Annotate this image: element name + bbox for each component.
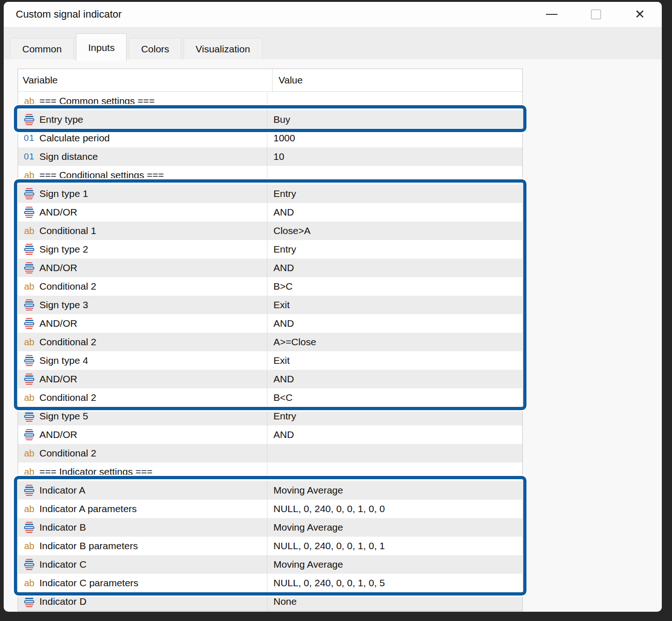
row-variable-cell: Entry type bbox=[18, 110, 267, 129]
row-value-cell[interactable]: AND bbox=[267, 314, 522, 333]
column-header-variable: Variable bbox=[18, 69, 273, 91]
row-variable-label: AND/OR bbox=[39, 318, 77, 329]
enum-dropdown-icon bbox=[23, 299, 36, 310]
maximize-button[interactable] bbox=[574, 2, 618, 27]
tab-common[interactable]: Common bbox=[10, 38, 74, 59]
row-variable-label: === Common settings === bbox=[39, 95, 155, 107]
table-row[interactable]: abConditional 2B>C bbox=[18, 277, 522, 296]
table-row[interactable]: Indicator CMoving Average bbox=[18, 555, 522, 574]
row-value-cell[interactable]: Entry bbox=[267, 407, 522, 425]
enum-dropdown-icon bbox=[23, 188, 36, 199]
row-value-cell[interactable]: NULL, 0, 240, 0, 0, 1, 0, 5 bbox=[267, 574, 522, 592]
row-value-cell[interactable] bbox=[267, 444, 522, 463]
table-row[interactable]: Sign type 2Entry bbox=[18, 240, 522, 259]
row-value-cell[interactable]: 1000 bbox=[267, 129, 522, 147]
table-row[interactable]: ab=== Conditional settings === bbox=[18, 166, 522, 184]
row-value-cell[interactable]: Exit bbox=[267, 296, 522, 314]
table-row[interactable]: Entry typeBuy bbox=[18, 110, 522, 129]
table-row[interactable]: AND/ORAND bbox=[18, 259, 522, 277]
row-value-cell[interactable]: NULL, 0, 240, 0, 0, 1, 0, 0 bbox=[267, 500, 522, 518]
01-glyph: 01 bbox=[24, 152, 34, 162]
table-header-row: Variable Value bbox=[18, 69, 522, 92]
row-value-cell[interactable]: NULL, 0, 240, 0, 0, 1, 0, 1 bbox=[267, 537, 522, 555]
table-row[interactable]: Sign type 1Entry bbox=[18, 184, 522, 203]
ab-glyph: ab bbox=[24, 226, 34, 236]
row-variable-cell: AND/OR bbox=[18, 203, 267, 222]
ab-glyph: ab bbox=[24, 448, 34, 459]
row-value-cell[interactable]: 10 bbox=[267, 147, 522, 166]
list-bars-glyph bbox=[24, 522, 35, 533]
enum-dropdown-icon bbox=[23, 318, 36, 329]
row-value-cell[interactable]: B<C bbox=[267, 388, 522, 407]
row-value-cell[interactable]: Close>A bbox=[267, 222, 522, 240]
table-row[interactable]: Indicator BMoving Average bbox=[18, 518, 522, 537]
row-value-cell[interactable]: AND bbox=[267, 203, 522, 222]
row-variable-cell: ab=== Indicator settings === bbox=[18, 463, 267, 481]
enum-dropdown-icon bbox=[23, 429, 36, 440]
row-value-cell[interactable]: Moving Average bbox=[267, 555, 522, 574]
row-value-cell[interactable]: Exit bbox=[267, 351, 522, 370]
tab-strip: CommonInputsColorsVisualization bbox=[4, 27, 662, 59]
table-row[interactable]: ab=== Common settings === bbox=[18, 92, 522, 110]
table-row[interactable]: Indicator AMoving Average bbox=[18, 481, 522, 500]
table-row[interactable]: 01Calculate period1000 bbox=[18, 129, 522, 147]
row-value-cell[interactable]: None bbox=[267, 592, 522, 611]
row-value-cell[interactable]: Entry bbox=[267, 240, 522, 259]
table-row[interactable]: Sign type 5Entry bbox=[18, 407, 522, 425]
row-value-cell[interactable]: AND bbox=[267, 259, 522, 277]
row-value-cell[interactable]: Moving Average bbox=[267, 518, 522, 537]
enum-dropdown-icon bbox=[23, 522, 36, 533]
table-row[interactable]: abConditional 2A>=Close bbox=[18, 333, 522, 351]
row-variable-label: Sign type 4 bbox=[39, 355, 88, 366]
row-variable-cell: Indicator A bbox=[18, 481, 267, 500]
row-value-cell[interactable]: A>=Close bbox=[267, 333, 522, 351]
table-row[interactable]: AND/ORAND bbox=[18, 314, 522, 333]
row-value-cell[interactable] bbox=[267, 166, 522, 184]
string-param-icon: ab bbox=[23, 578, 36, 589]
row-value-cell[interactable]: B>C bbox=[267, 277, 522, 296]
row-variable-label: === Conditional settings === bbox=[39, 170, 164, 181]
close-button[interactable]: ✕ bbox=[618, 2, 662, 27]
table-row[interactable]: abIndicator B parametersNULL, 0, 240, 0,… bbox=[18, 537, 522, 555]
table-row[interactable]: AND/ORAND bbox=[18, 425, 522, 444]
row-value-cell[interactable]: Entry bbox=[267, 184, 522, 203]
row-variable-label: Sign distance bbox=[39, 151, 98, 162]
row-variable-cell: ab=== Conditional settings === bbox=[18, 166, 267, 184]
row-value-cell[interactable] bbox=[267, 92, 522, 110]
row-value-cell[interactable]: AND bbox=[267, 425, 522, 444]
minimize-button[interactable] bbox=[530, 2, 574, 27]
table-row[interactable]: AND/ORAND bbox=[18, 370, 522, 388]
tab-colors[interactable]: Colors bbox=[129, 38, 181, 59]
enum-dropdown-icon bbox=[23, 114, 36, 125]
row-value-cell[interactable] bbox=[267, 463, 522, 481]
enum-dropdown-icon bbox=[23, 596, 36, 607]
row-variable-label: Conditional 2 bbox=[39, 336, 96, 348]
row-value-cell[interactable]: AND bbox=[267, 370, 522, 388]
table-row[interactable]: abIndicator C parametersNULL, 0, 240, 0,… bbox=[18, 574, 522, 592]
row-variable-cell: AND/OR bbox=[18, 425, 267, 444]
table-row[interactable]: abConditional 1Close>A bbox=[18, 222, 522, 240]
table-row[interactable]: ab=== Indicator settings === bbox=[18, 463, 522, 481]
tab-visualization[interactable]: Visualization bbox=[184, 38, 262, 59]
row-value-cell[interactable]: Moving Average bbox=[267, 481, 522, 500]
table-row[interactable]: 01Sign distance10 bbox=[18, 147, 522, 166]
row-variable-label: Indicator B parameters bbox=[39, 540, 138, 551]
table-row[interactable]: abConditional 2 bbox=[18, 444, 522, 463]
ab-glyph: ab bbox=[24, 578, 34, 589]
table-row[interactable]: abConditional 2B<C bbox=[18, 388, 522, 407]
list-bars-glyph bbox=[24, 429, 35, 440]
tab-inputs[interactable]: Inputs bbox=[76, 33, 127, 61]
row-value-cell[interactable]: Buy bbox=[267, 110, 522, 129]
row-variable-cell: abIndicator C parameters bbox=[18, 574, 267, 592]
row-variable-cell: AND/OR bbox=[18, 370, 267, 388]
table-row[interactable]: AND/ORAND bbox=[18, 203, 522, 222]
table-row[interactable]: abIndicator A parametersNULL, 0, 240, 0,… bbox=[18, 500, 522, 518]
enum-dropdown-icon bbox=[23, 355, 36, 366]
table-row[interactable]: Sign type 4Exit bbox=[18, 351, 522, 370]
row-variable-cell: ab=== Common settings === bbox=[18, 92, 267, 110]
string-param-icon: ab bbox=[23, 448, 36, 459]
table-row[interactable]: Sign type 3Exit bbox=[18, 296, 522, 314]
window-title: Custom signal indicator bbox=[16, 8, 122, 20]
table-row[interactable]: Indicator DNone bbox=[18, 592, 522, 611]
list-bars-glyph bbox=[24, 188, 35, 199]
